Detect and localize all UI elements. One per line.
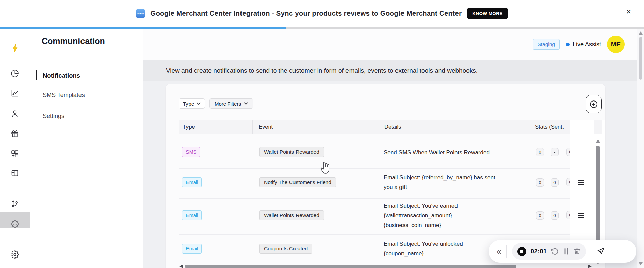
plus-circle-icon: [589, 99, 598, 109]
row-separator: [179, 168, 570, 169]
row-separator: [179, 234, 570, 234]
player-divider: [506, 245, 507, 258]
staging-badge[interactable]: Staging: [533, 39, 560, 50]
stat-sent: 0: [536, 148, 544, 156]
type-badge-email: Email: [182, 177, 202, 187]
row-details: Email Subject: {referred_by_name} has se…: [384, 173, 495, 192]
type-filter-button[interactable]: Type: [179, 98, 205, 109]
line-chart-icon[interactable]: [0, 85, 30, 101]
row-menu-icon[interactable]: [577, 148, 585, 156]
event-chip: Notify The Customer's Friend: [259, 177, 336, 187]
communication-subnav: Communication Notifications SMS Template…: [30, 29, 143, 268]
row-menu-icon[interactable]: [577, 179, 585, 186]
scrollbar-header-patch: [594, 120, 602, 134]
live-assist-link[interactable]: Live Assist: [566, 41, 601, 48]
table-scroll-right-arrow[interactable]: [588, 265, 592, 268]
table-scroll-up-arrow[interactable]: [596, 139, 600, 143]
column-header-stats: Stats (Sent,: [535, 124, 564, 130]
row-separator: [179, 198, 570, 199]
type-filter-label: Type: [183, 101, 194, 107]
column-separator: [252, 120, 253, 134]
stat-sent: 0: [536, 211, 544, 220]
live-dot-icon: [566, 43, 570, 46]
column-header-type: Type: [183, 124, 195, 130]
banner-close-icon[interactable]: ✕: [626, 8, 631, 16]
type-badge-email: Email: [182, 210, 202, 220]
player-divider: [591, 245, 591, 258]
add-notification-button[interactable]: [586, 95, 602, 113]
subnav-divider: [30, 62, 143, 62]
table-horizontal-scrollbar[interactable]: [185, 265, 516, 268]
page-title: Communication: [42, 36, 105, 46]
column-header-event: Event: [259, 124, 273, 130]
page-scrollbar-thumb[interactable]: [639, 37, 642, 80]
user-avatar[interactable]: ME: [607, 36, 625, 53]
session-player-bar: « 02:01: [489, 240, 636, 263]
stat-clicked-clipped: 0: [566, 178, 570, 187]
stat-clicked-clipped: 0: [566, 148, 570, 157]
pointer-tool-icon[interactable]: [596, 247, 605, 256]
stop-record-button[interactable]: [517, 247, 526, 256]
page-scrollbar: [637, 29, 644, 268]
know-more-button[interactable]: KNOW MORE: [467, 8, 508, 19]
active-item-bar: [36, 70, 37, 80]
new-badge-icon: NEW: [136, 9, 145, 18]
event-chip: Wallet Points Rewarded: [259, 147, 324, 157]
subnav-item-sms-templates[interactable]: SMS Templates: [43, 90, 85, 100]
communication-chat-icon[interactable]: [0, 216, 30, 232]
rail-divider: [0, 186, 30, 186]
stat-opened: -: [551, 148, 559, 156]
row-menu-icon[interactable]: [577, 212, 585, 219]
row-details: Email Subject: You've earned {wallettran…: [384, 201, 458, 230]
main-content: Staging Live Assist ME View and create n…: [143, 29, 637, 268]
page-scroll-up-arrow[interactable]: [639, 31, 643, 35]
stat-clicked-clipped: 0: [566, 211, 570, 220]
page-description: View and create notifications to send to…: [166, 67, 478, 74]
integrations-icon[interactable]: [0, 146, 30, 162]
event-chip: Coupon Is Created: [259, 244, 312, 254]
player-controls-group: 02:01: [512, 243, 586, 260]
trash-icon[interactable]: [574, 248, 581, 255]
stat-sent: 0: [536, 178, 544, 187]
column-separator: [379, 120, 379, 134]
subnav-item-notifications[interactable]: Notifications: [43, 71, 80, 81]
row-details: Send SMS When Wallet Points Rewarded: [384, 148, 490, 157]
hand-cursor-icon: [319, 161, 331, 177]
pie-chart-icon[interactable]: [0, 65, 30, 81]
main-header: Staging Live Assist ME: [143, 29, 637, 60]
promo-banner: NEW Google Merchant Center Integration -…: [0, 0, 644, 27]
stat-opened: 0: [551, 211, 559, 220]
lightning-logo-icon[interactable]: [0, 40, 30, 56]
restart-icon[interactable]: [551, 248, 559, 255]
subnav-item-settings[interactable]: Settings: [43, 111, 64, 121]
layout-icon[interactable]: [0, 165, 30, 181]
description-band: View and create notifications to send to…: [143, 60, 637, 81]
more-filters-button[interactable]: More Filters: [209, 98, 253, 109]
stat-opened: 0: [551, 178, 559, 187]
row-details: Email Subject: You've unlocked {coupon_n…: [384, 239, 463, 258]
live-assist-label: Live Assist: [573, 41, 601, 48]
settings-gear-icon[interactable]: [0, 246, 30, 262]
column-header-details: Details: [384, 124, 401, 130]
table-header-row: [179, 120, 570, 134]
rewind-icon[interactable]: «: [497, 247, 501, 256]
recording-timer: 02:01: [531, 248, 547, 255]
rewards-gift-icon[interactable]: [0, 126, 30, 142]
icon-rail: [0, 29, 30, 268]
more-filters-label: More Filters: [215, 101, 241, 107]
workflow-branch-icon[interactable]: [0, 196, 30, 212]
table-scroll-left-arrow[interactable]: [179, 265, 183, 268]
column-separator: [525, 120, 525, 134]
pause-icon[interactable]: [563, 248, 569, 255]
chevron-down-icon: [197, 102, 201, 105]
page-scroll-down-arrow[interactable]: [639, 262, 643, 265]
customers-icon[interactable]: [0, 105, 30, 121]
promo-banner-title: Google Merchant Center Integration - Syn…: [150, 9, 462, 17]
event-chip: Wallet Points Rewarded: [259, 210, 324, 220]
type-badge-email: Email: [182, 244, 202, 254]
type-badge-sms: SMS: [182, 147, 200, 157]
chevron-down-icon: [244, 102, 248, 105]
